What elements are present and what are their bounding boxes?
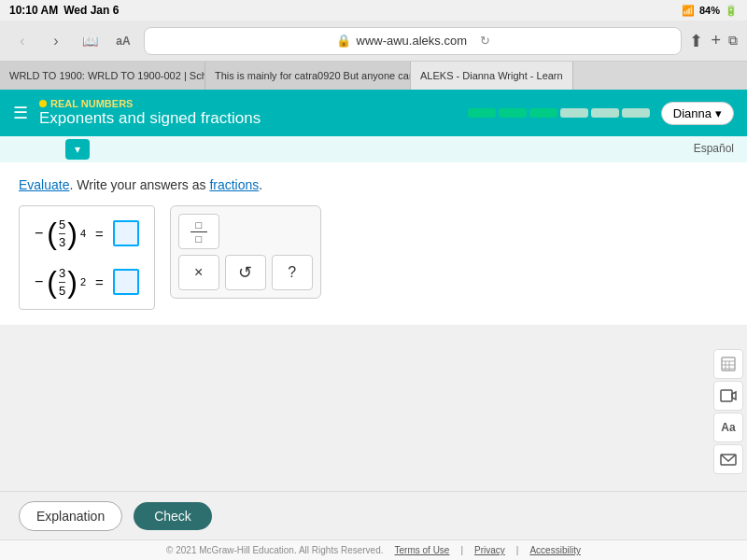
tab-aleks[interactable]: ALEKS - Dianna Wright - Learn [411,62,573,90]
progress-seg-1 [468,108,496,118]
tabs-button[interactable]: ⧉ [728,33,738,49]
tab-schoology[interactable]: WRLD TO 1900: WRLD TO 1900-002 | Schoolo… [0,62,205,90]
undo-button[interactable]: ↺ [225,255,266,290]
progress-bar [468,108,650,118]
problem-2-expr: − ( 3 5 ) 2 [35,266,86,298]
progress-seg-3 [529,108,557,118]
fraction-1: 5 3 [59,217,65,249]
footer: © 2021 McGraw-Hill Education. All Rights… [0,539,747,560]
help-button[interactable]: ? [272,255,313,290]
mail-icon[interactable] [713,444,743,474]
privacy-link[interactable]: Privacy [474,545,505,555]
svg-marker-7 [732,392,736,399]
aa-button[interactable]: aA [110,28,136,54]
wifi-icon: 📶 [682,5,695,17]
fractions-link[interactable]: fractions [209,177,259,192]
tab-catra[interactable]: This is mainly for catra0920 But anyone … [205,62,411,90]
user-name: Dianna [673,106,712,120]
forward-button[interactable]: › [43,28,69,54]
open-paren-2: ( [47,267,57,297]
browser-tabs: WRLD TO 1900: WRLD TO 1900-002 | Schoolo… [0,62,747,90]
close-paren-1: ) [67,218,78,248]
lock-icon: 🔒 [336,34,351,48]
accessibility-link[interactable]: Accessibility [529,545,580,555]
instruction-line: Evaluate. Write your answers as fraction… [19,177,728,192]
equals-2: = [95,274,104,290]
battery-indicator: 84% [699,5,720,16]
progress-seg-6 [622,108,650,118]
status-bar: 10:10 AM Wed Jan 6 📶 84% 🔋 [0,0,747,21]
header-title-area: REAL NUMBERS Exponents and signed fracti… [39,98,457,128]
check-button[interactable]: Check [134,502,212,530]
close-paren-2: ) [67,267,78,297]
battery-icon: 🔋 [725,5,738,17]
problem-2-row: − ( 3 5 ) 2 = [35,266,139,298]
status-dot [39,100,47,107]
terms-link[interactable]: Terms of Use [395,545,450,555]
keyboard-row-1: □ □ [178,214,313,249]
progress-seg-4 [560,108,588,118]
right-sidebar: Aa [710,345,747,478]
text-icon[interactable]: Aa [713,413,743,442]
copyright-text: © 2021 McGraw-Hill Education. All Rights… [166,545,383,555]
hamburger-button[interactable]: ☰ [13,103,28,123]
exponent-1: 4 [80,228,86,239]
user-menu-button[interactable]: Dianna ▾ [661,102,734,125]
keyboard-row-2: × ↺ ? [178,255,313,290]
fraction-button[interactable]: □ □ [178,214,219,249]
progress-seg-2 [499,108,527,118]
date: Wed Jan 6 [63,4,119,17]
url-text: www-awu.aleks.com [357,34,467,48]
answer-box-1[interactable] [113,220,139,246]
expand-button[interactable]: ▾ [65,139,90,160]
refresh-icon: ↻ [480,34,490,48]
problem-1-row: − ( 5 3 ) 4 = [35,217,139,249]
expand-bar: ▾ Español [0,136,747,162]
explanation-button[interactable]: Explanation [19,501,122,531]
multiply-button[interactable]: × [178,255,219,290]
header-subtitle: REAL NUMBERS [39,98,457,109]
back-button[interactable]: ‹ [9,28,35,54]
neg-sign-2: − [35,273,43,290]
reader-button[interactable]: 📖 [77,28,103,54]
chevron-down-icon: ▾ [715,106,722,120]
new-tab-button[interactable]: + [711,31,721,50]
bottom-bar: Explanation Check [0,491,747,539]
open-paren-1: ( [47,218,57,248]
svg-rect-6 [721,390,732,401]
evaluate-link[interactable]: Evaluate [19,177,69,192]
time: 10:10 AM [9,4,58,17]
espanol-button[interactable]: Español [694,142,734,155]
math-keyboard: □ □ × ↺ ? [170,205,321,299]
answer-box-2[interactable] [113,269,139,295]
math-problem-box: − ( 5 3 ) 4 = − ( [19,205,155,310]
calculator-icon[interactable] [713,349,743,379]
share-button[interactable]: ⬆ [689,31,703,51]
app-header: ☰ REAL NUMBERS Exponents and signed frac… [0,90,747,136]
url-bar[interactable]: 🔒 www-awu.aleks.com ↻ [144,27,682,55]
browser-bar: ‹ › 📖 aA 🔒 www-awu.aleks.com ↻ ⬆ + ⧉ [0,21,747,62]
equals-1: = [95,226,104,242]
exponent-2: 2 [80,276,86,287]
problem-1-expr: − ( 5 3 ) 4 [35,217,86,249]
neg-sign-1: − [35,225,43,242]
page-title: Exponents and signed fractions [39,109,457,128]
progress-seg-5 [591,108,619,118]
video-icon[interactable] [713,381,743,411]
fraction-2: 3 5 [59,266,65,298]
main-content: Evaluate. Write your answers as fraction… [0,162,747,325]
